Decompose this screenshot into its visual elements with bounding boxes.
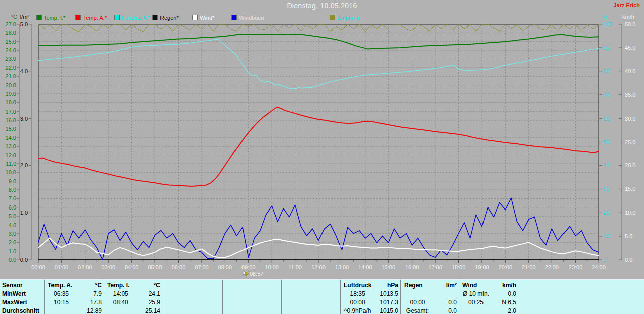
wind-tick-label: 45.0 <box>625 45 635 51</box>
table-value-row: 12.89 <box>45 307 104 314</box>
rain-tick-label: 4.0 <box>20 68 28 74</box>
stat-time: Ø 10 min. <box>459 290 493 298</box>
sensor-name: Temp. I. <box>107 281 129 289</box>
table-value-row: Gesamt:0.0 <box>401 307 459 314</box>
weather-chart-plot[interactable]: 0.01.02.03.04.05.06.07.08.09.010.011.012… <box>0 0 644 279</box>
table-value-row <box>223 290 282 298</box>
stat-value: 25.14 <box>145 307 160 314</box>
temp-tick-label: 27.0 <box>6 21 16 27</box>
hour-label: 13:00 <box>335 264 349 270</box>
hour-label: 08:00 <box>218 264 232 270</box>
table-value-row: 00:25N 6.5 <box>459 298 519 306</box>
temp-tick-label: 13.0 <box>6 143 16 149</box>
stat-time: 00:00 <box>401 298 434 306</box>
table-sensor-group: Regenl/m²00:000.0Gesamt:0.0 <box>400 280 459 314</box>
table-group-header <box>163 281 223 289</box>
stat-value: 24.1 <box>149 290 160 298</box>
stat-time: 00:25 <box>459 298 493 306</box>
rain-tick-label: 2.0 <box>20 162 28 168</box>
hour-label: 11:00 <box>288 264 302 270</box>
wind-tick-label: 10.0 <box>625 210 635 216</box>
temp-tick-label: 25.0 <box>6 39 16 45</box>
temp-tick-label: 5.0 <box>9 213 16 219</box>
hour-label: 14:00 <box>358 264 372 270</box>
hour-label: 12:00 <box>311 264 326 270</box>
table-value-row: 00:001017.3 <box>341 298 401 306</box>
temp-tick-label: 22.0 <box>6 65 16 71</box>
humidity-tick-label: 90 <box>603 45 609 51</box>
table-row-label: Sensor <box>2 281 44 289</box>
hour-label: 04:00 <box>125 264 139 270</box>
wind-tick-label: 0.0 <box>625 257 632 263</box>
table-sensor-group: Windkm/hØ 10 min.0.000:25N 6.52.0 <box>459 280 519 314</box>
hour-label: 00:00 <box>31 264 45 270</box>
temp-tick-label: 26.0 <box>6 30 16 36</box>
stat-value: N 6.5 <box>502 298 516 306</box>
stat-value: 2.0 <box>508 307 516 314</box>
stat-value: 0.0 <box>448 307 457 314</box>
hour-label: 07:00 <box>195 264 209 270</box>
table-sensor-group <box>163 280 223 314</box>
table-value-row <box>163 298 223 306</box>
cursor-lightning-icon <box>243 270 249 277</box>
hour-label: 03:00 <box>101 264 115 270</box>
table-value-row <box>282 307 341 314</box>
sensor-unit: °C <box>95 281 102 289</box>
stat-value: 1015.0 <box>380 307 398 314</box>
time-cursor-marker: 08:57 <box>243 270 264 277</box>
temp-tick-label: 0.0 <box>9 257 16 263</box>
time-cursor-label: 08:57 <box>250 271 264 277</box>
wind-tick-label: 50.0 <box>625 21 635 27</box>
humidity-tick-label: 60 <box>603 116 609 122</box>
stat-time: 06:35 <box>45 290 78 298</box>
hour-label: 24:00 <box>592 264 606 270</box>
temp-tick-label: 17.0 <box>6 109 16 115</box>
temp-tick-label: 16.0 <box>6 117 16 123</box>
stat-value: 0.0 <box>508 290 516 298</box>
sensor-name: Temp. A. <box>48 281 72 289</box>
stat-time: 14:05 <box>104 290 137 298</box>
table-value-row: 25.14 <box>104 307 163 314</box>
table-value-row <box>223 307 282 314</box>
hour-label: 16:00 <box>405 264 419 270</box>
table-value-row <box>401 290 459 298</box>
table-value-row <box>282 298 341 306</box>
stat-value: 1017.3 <box>380 298 398 306</box>
weather-graph-window: Dienstag, 10.05.2016 Jarz Erich Temp. I.… <box>0 0 644 314</box>
table-value-row: 2.0 <box>459 307 519 314</box>
hour-label: 18:00 <box>452 264 466 270</box>
rain-tick-label: 0.0 <box>20 257 28 263</box>
stat-value: 7.9 <box>93 290 102 298</box>
temp-tick-label: 7.0 <box>9 195 16 201</box>
hour-label: 15:00 <box>381 264 395 270</box>
table-group-header: LuftdruckhPa <box>341 281 401 289</box>
temp-tick-label: 12.0 <box>6 152 16 158</box>
wind-tick-label: 35.0 <box>625 92 635 98</box>
table-row-label: MinWert <box>2 290 44 298</box>
stat-time: 08:40 <box>104 298 137 306</box>
table-group-header: Regenl/m² <box>401 281 459 289</box>
stat-value: 1013.5 <box>380 290 398 298</box>
rain-tick-label: 1.0 <box>20 210 28 216</box>
daily-stats-table: SensorMinWertMaxWertDurchschnittTemp. A.… <box>0 279 644 314</box>
sensor-name: Regen <box>404 281 423 289</box>
table-group-header <box>223 281 282 289</box>
hour-label: 01:00 <box>55 264 69 270</box>
rain-tick-label: 3.0 <box>20 116 28 122</box>
humidity-tick-label: 0 <box>603 257 606 263</box>
temp-tick-label: 23.0 <box>6 56 16 62</box>
temp-tick-label: 14.0 <box>6 135 16 141</box>
humidity-tick-label: 30 <box>603 186 609 192</box>
temp-tick-label: 11.0 <box>6 161 16 167</box>
humidity-tick-label: 40 <box>603 162 609 168</box>
table-value-row <box>282 290 341 298</box>
humidity-tick-label: 20 <box>603 210 609 216</box>
temp-tick-label: 9.0 <box>9 178 16 184</box>
table-value-row: 18:351013.5 <box>341 290 401 298</box>
wind-tick-label: 15.0 <box>625 186 635 192</box>
temp-tick-label: 20.0 <box>6 82 16 88</box>
temp-tick-label: 18.0 <box>6 99 16 106</box>
table-group-header: Temp. I.°C <box>104 281 163 289</box>
humidity-tick-label: 100 <box>603 21 612 27</box>
table-value-row: 00:000.0 <box>401 298 459 306</box>
